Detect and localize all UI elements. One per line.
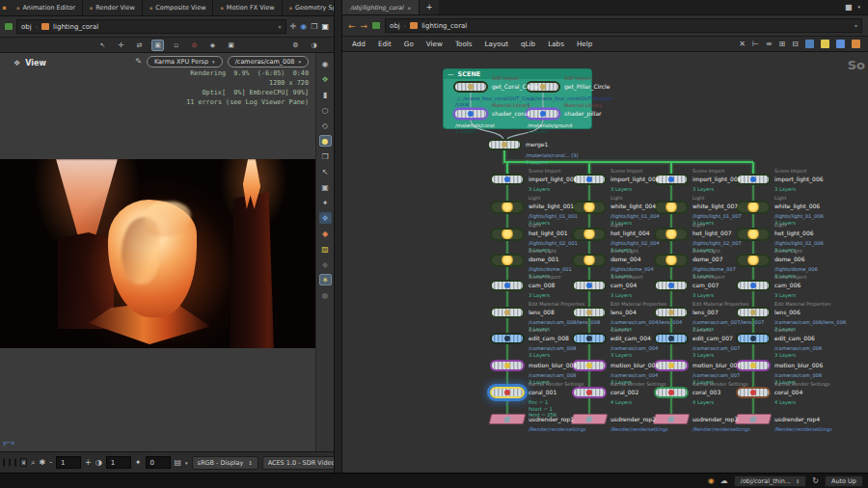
- tumble-icon[interactable]: ✦: [319, 197, 332, 208]
- node-lens_008[interactable]: [490, 307, 525, 318]
- adapt-icon[interactable]: ✱: [40, 458, 46, 467]
- zoom-in-button[interactable]: +: [85, 458, 92, 467]
- path-root[interactable]: obj: [21, 23, 32, 31]
- memory-cloud-icon[interactable]: ☁: [720, 477, 728, 485]
- blue-channel-button[interactable]: [14, 458, 16, 467]
- shelf-icon[interactable]: [852, 40, 860, 48]
- camera-view-icon[interactable]: ❒: [319, 150, 332, 162]
- dark-shade-icon[interactable]: ◆: [319, 258, 332, 270]
- node-get_Coral_Circle[interactable]: [453, 81, 488, 93]
- contrast-field[interactable]: 1: [106, 456, 131, 469]
- node-cam_006[interactable]: [736, 280, 771, 291]
- network-new-tab-button[interactable]: +: [420, 0, 440, 14]
- node-lens_006[interactable]: [736, 307, 771, 318]
- snapshot-cube-icon[interactable]: ❒: [311, 23, 317, 31]
- node-coral_001[interactable]: [490, 387, 525, 398]
- node-coral_004[interactable]: [736, 387, 771, 398]
- zoom-glass-icon[interactable]: ⌕: [31, 458, 35, 468]
- region-render-icon[interactable]: ▣: [151, 40, 164, 51]
- node-lens_007[interactable]: [654, 307, 689, 318]
- help-icon[interactable]: ◑: [308, 40, 320, 51]
- node-dome_001[interactable]: [490, 254, 525, 267]
- path-current[interactable]: lighting_coral: [53, 23, 98, 31]
- menu-edit[interactable]: Edit: [378, 40, 392, 48]
- menu-help[interactable]: Help: [577, 40, 592, 48]
- network-tree-icon[interactable]: [372, 22, 380, 29]
- link-icon[interactable]: ◉: [300, 23, 307, 31]
- node-usdrender_rop4[interactable]: [735, 414, 773, 424]
- node-motion_blur_007[interactable]: [654, 360, 689, 371]
- node-edit_cam_007[interactable]: [654, 333, 689, 344]
- render-viewport[interactable]: ❖ View ✎ Karma XPU Persp▾ /cameras/cam_0…: [0, 53, 334, 451]
- node-cam_007[interactable]: [654, 280, 689, 291]
- pane-tab-motion-fx-view[interactable]: ▪Motion FX View: [213, 0, 282, 15]
- pane-maximize-icon[interactable]: ■: [845, 4, 853, 12]
- renderer-dropdown[interactable]: Karma XPU Persp▾: [147, 56, 223, 68]
- node-white_light_007[interactable]: [654, 201, 689, 214]
- pane-divider[interactable]: [334, 0, 342, 488]
- node-shader_pillar[interactable]: [526, 108, 560, 120]
- film-icon[interactable]: ▤: [175, 458, 182, 467]
- zoom-level-field[interactable]: 1: [56, 456, 81, 469]
- node-usdrender_rop1[interactable]: [489, 414, 527, 424]
- pane-white-icon[interactable]: ▣: [321, 23, 329, 31]
- network-canvas[interactable]: So — SCENE SOP Importget_Coral_Circ: [342, 52, 868, 473]
- lock-icon[interactable]: ▮: [319, 89, 332, 100]
- camera-capture-icon[interactable]: ▣: [225, 40, 237, 51]
- node-white_light_006[interactable]: [736, 201, 771, 214]
- crop-tool-icon[interactable]: ▫: [170, 40, 182, 51]
- menu-go[interactable]: Go: [404, 40, 414, 48]
- back-arrow-icon[interactable]: ←: [348, 21, 356, 31]
- node-motion_blur_006[interactable]: [736, 360, 771, 371]
- menu-labs[interactable]: Labs: [548, 40, 564, 48]
- display-options-icon[interactable]: ◆: [319, 228, 332, 239]
- contrast-icon[interactable]: ◑: [95, 458, 102, 467]
- pane-tab-render-view[interactable]: ▪Render View: [83, 0, 143, 15]
- auto-update-select[interactable]: Auto Up: [825, 475, 863, 487]
- network-tab[interactable]: /obj/lighting_coral ▪: [342, 0, 420, 14]
- node-motion_blur_004[interactable]: [572, 360, 607, 371]
- tools-wrench-icon[interactable]: ✕: [739, 40, 746, 48]
- menu-layout[interactable]: Layout: [485, 40, 508, 48]
- node-cam_004[interactable]: [572, 280, 607, 291]
- node-edit_cam_004[interactable]: [572, 333, 607, 344]
- pane-tab-composite-view[interactable]: ▪Composite View: [143, 0, 214, 15]
- pin-icon[interactable]: ✛: [290, 23, 297, 31]
- pan-tool-icon[interactable]: ⇄: [133, 40, 146, 51]
- pane-tab-stub[interactable]: ▪: [0, 0, 10, 15]
- tree-view-icon[interactable]: ⊢: [752, 40, 759, 48]
- green-channel-button[interactable]: [9, 458, 11, 467]
- list-view-icon[interactable]: ≡: [766, 40, 773, 48]
- gamma-icon[interactable]: ✦: [135, 458, 142, 467]
- node-dome_006[interactable]: [736, 254, 771, 267]
- node-lens_004[interactable]: [572, 307, 607, 318]
- network-tree-icon[interactable]: [5, 23, 13, 30]
- background-image-icon[interactable]: [836, 40, 845, 48]
- menu-qlib[interactable]: qLib: [521, 40, 535, 48]
- path-root[interactable]: obj: [390, 22, 400, 30]
- select-cursor-icon[interactable]: ↖: [319, 166, 332, 177]
- node-edit_cam_006[interactable]: [736, 333, 771, 344]
- node-hot_light_006[interactable]: [736, 228, 771, 241]
- node-edit_cam_008[interactable]: [490, 333, 525, 344]
- node-dome_004[interactable]: [572, 254, 607, 267]
- node-import_light_001[interactable]: [490, 174, 525, 185]
- gamma-field[interactable]: 0: [146, 456, 171, 469]
- pane-menu-icon[interactable]: ▾: [857, 5, 860, 10]
- red-channel-button[interactable]: [3, 458, 5, 467]
- select-tool-icon[interactable]: ↖: [96, 40, 109, 51]
- left-path-field[interactable]: obj › lighting_coral ▾: [16, 19, 286, 34]
- brush-tool-icon[interactable]: ✛: [115, 40, 127, 51]
- path-dropdown-icon[interactable]: ▾: [279, 23, 282, 30]
- flag-display-icon[interactable]: ▨: [319, 243, 332, 255]
- menu-tools[interactable]: Tools: [455, 40, 473, 48]
- path-dropdown-icon[interactable]: ▾: [854, 22, 857, 29]
- render-glasses-icon[interactable]: ◈: [206, 40, 219, 51]
- forward-arrow-icon[interactable]: →: [361, 21, 368, 31]
- visibility-eye-icon[interactable]: ◉: [319, 58, 332, 69]
- sticky-note-icon[interactable]: [821, 40, 829, 48]
- node-coral_003[interactable]: [654, 387, 689, 398]
- camera-dropdown[interactable]: /cameras/cam_008▾: [228, 56, 309, 68]
- frame-box-icon[interactable]: ▣: [319, 181, 332, 193]
- stop-render-icon[interactable]: ⊘: [188, 40, 201, 51]
